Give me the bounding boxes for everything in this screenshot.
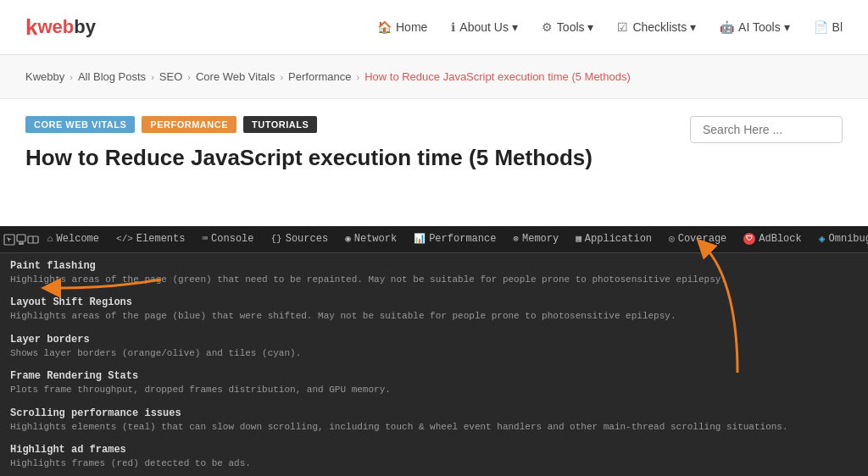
tab-adblock[interactable]: 🛡 AdBlock [735,226,810,253]
elements-icon: </> [116,234,133,244]
nav-blog[interactable]: 📄 Bl [814,20,843,34]
tab-network[interactable]: ◉ Network [337,226,405,253]
layer-borders-title: Layer borders [10,334,858,346]
frame-rendering-title: Frame Rendering Stats [10,370,858,382]
devtools-panel: ⌂ Welcome </> Elements ⌨ Console {} Sour… [0,226,868,476]
nav-ai-tools[interactable]: 🤖 AI Tools ▾ [720,20,789,34]
breadcrumb-cwv[interactable]: Core Web Vitals [196,70,275,83]
breadcrumb-perf[interactable]: Performance [288,70,351,83]
nav-checklists-label: Checklists ▾ [632,20,696,34]
tab-sources-label: Sources [286,233,328,245]
tab-network-label: Network [354,233,397,245]
tab-console-label: Console [211,233,253,245]
layout-shift-title: Layout Shift Regions [10,296,858,308]
welcome-icon: ⌂ [47,234,53,244]
console-icon: ⌨ [202,233,208,244]
adblock-icon: 🛡 [743,233,755,245]
devtools-item-ad-frames: Highlight ad frames Highlights frames (r… [10,444,858,470]
devtools-item-layout-shift: Layout Shift Regions Highlights areas of… [10,296,858,323]
tag-core-web-vitals[interactable]: CORE WEB VITALS [25,116,135,133]
tab-adblock-label: AdBlock [759,233,801,245]
breadcrumb-area: Kwebby › All Blog Posts › SEO › Core Web… [0,55,868,99]
breadcrumb-all-posts[interactable]: All Blog Posts [78,70,146,83]
svg-rect-1 [17,235,25,241]
tab-coverage[interactable]: ◎ Coverage [660,226,735,253]
devtools-item-layer-borders: Layer borders Shows layer borders (orang… [10,334,858,360]
nav-about[interactable]: ℹ About Us ▾ [451,20,517,34]
logo-k: k [25,14,37,41]
tab-sources[interactable]: {} Sources [263,226,337,253]
frame-rendering-desc: Plots frame throughput, dropped frames d… [10,384,858,396]
tab-coverage-label: Coverage [678,233,727,245]
sources-icon: {} [271,234,282,244]
blog-icon: 📄 [814,20,828,34]
nav-ai-label: AI Tools ▾ [738,20,789,34]
home-icon: 🏠 [377,20,392,34]
tools-icon: ⚙ [542,20,553,34]
breadcrumb-sep-1: › [70,72,73,82]
scrolling-title: Scrolling performance issues [10,407,858,419]
breadcrumb-sep-2: › [151,72,154,82]
nav-home-label: Home [396,20,427,34]
page-title: How to Reduce JavaScript execution time … [25,145,843,171]
nav-tools-label: Tools ▾ [557,20,594,34]
search-input[interactable] [690,116,843,143]
navbar: kwebby 🏠 Home ℹ About Us ▾ ⚙ Tools ▾ ☑ C… [0,0,868,55]
paint-flashing-title: Paint flashing [10,260,858,272]
logo-web: web [37,16,74,38]
devtools-inspect-btn[interactable] [3,228,15,252]
tab-omnibug[interactable]: ◈ Omnibug [810,226,868,253]
content-area: CORE WEB VITALS PERFORMANCE TUTORIALS Ho… [0,99,868,180]
tab-performance-label: Performance [429,233,496,245]
application-icon: ▦ [576,233,581,244]
info-icon: ℹ [451,20,455,34]
devtools-content: Paint flashing Highlights areas of the p… [0,253,868,476]
devtools-item-scrolling: Scrolling performance issues Highlights … [10,407,858,434]
tab-welcome-label: Welcome [57,233,99,245]
logo[interactable]: kwebby [25,14,96,41]
network-icon: ◉ [345,233,351,244]
omnibug-icon: ◈ [819,232,826,246]
coverage-icon: ◎ [669,233,675,244]
paint-flashing-desc: Highlights areas of the page (green) tha… [10,274,858,286]
tab-performance[interactable]: 📊 Performance [405,226,504,253]
ad-frames-title: Highlight ad frames [10,444,858,456]
devtools-item-frame-rendering: Frame Rendering Stats Plots frame throug… [10,370,858,396]
tab-elements[interactable]: </> Elements [108,226,193,253]
tab-omnibug-label: Omnibug [829,233,868,245]
tab-elements-label: Elements [136,233,186,245]
tag-performance[interactable]: PERFORMANCE [142,116,236,133]
devtools-tabs: ⌂ Welcome </> Elements ⌨ Console {} Sour… [0,226,868,253]
breadcrumb: Kwebby › All Blog Posts › SEO › Core Web… [25,70,843,83]
nav-links: 🏠 Home ℹ About Us ▾ ⚙ Tools ▾ ☑ Checklis… [377,20,843,34]
memory-icon: ⊗ [513,233,519,244]
devtools-item-paint: Paint flashing Highlights areas of the p… [10,260,858,286]
tab-memory[interactable]: ⊗ Memory [504,226,567,253]
scrolling-desc: Highlights elements (teal) that can slow… [10,421,858,434]
tag-tutorials[interactable]: TUTORIALS [243,116,317,133]
breadcrumb-current[interactable]: How to Reduce JavaScript execution time … [364,70,631,83]
breadcrumb-seo[interactable]: SEO [159,70,182,83]
tab-console[interactable]: ⌨ Console [193,226,262,253]
layer-borders-desc: Shows layer borders (orange/olive) and t… [10,347,858,360]
logo-by: by [74,16,96,38]
nav-checklists[interactable]: ☑ Checklists ▾ [617,20,696,34]
tab-memory-label: Memory [522,233,559,245]
breadcrumb-sep-4: › [280,72,283,82]
breadcrumb-sep-3: › [187,72,191,82]
devtools-split-btn[interactable] [27,228,39,252]
layout-shift-desc: Highlights areas of the page (blue) that… [10,310,858,323]
breadcrumb-sep-5: › [356,72,359,82]
tab-application[interactable]: ▦ Application [567,226,660,253]
tab-application-label: Application [585,233,652,245]
nav-tools[interactable]: ⚙ Tools ▾ [542,20,594,34]
nav-blog-label: Bl [832,20,843,34]
tab-welcome[interactable]: ⌂ Welcome [39,226,108,253]
nav-home[interactable]: 🏠 Home [377,20,427,34]
nav-about-label: About Us ▾ [459,20,517,34]
breadcrumb-kwebby[interactable]: Kwebby [25,70,64,83]
performance-icon: 📊 [414,233,426,244]
devtools-device-btn[interactable] [15,228,27,252]
ad-frames-desc: Highlights frames (red) detected to be a… [10,457,858,470]
ai-icon: 🤖 [720,20,734,34]
